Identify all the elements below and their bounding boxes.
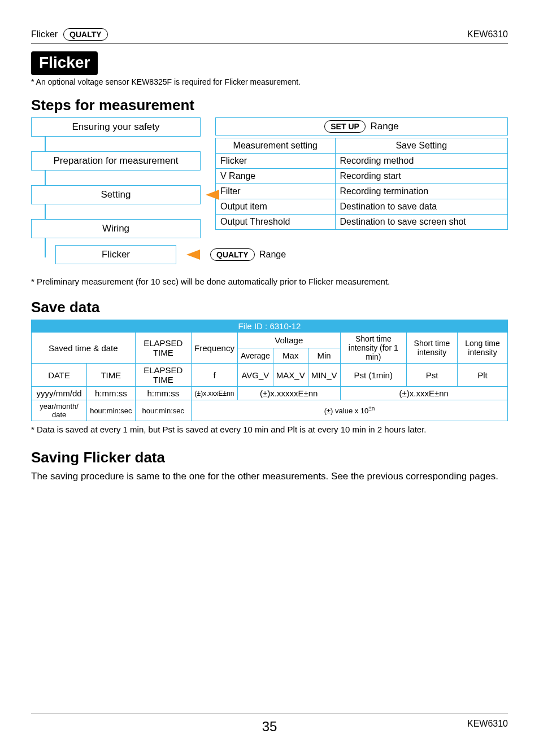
flicker-title-chip: Flicker bbox=[31, 51, 98, 75]
page-number: 35 bbox=[262, 719, 277, 735]
steps-flow: Ensuring your safety Preparation for mea… bbox=[31, 117, 201, 238]
long-time-head: Long time intensity bbox=[457, 333, 507, 364]
date-cell: DATE bbox=[32, 364, 87, 387]
average-head: Average bbox=[237, 348, 273, 364]
fmt2-cell: (±)x.xxxxxE±nn bbox=[237, 387, 340, 400]
qualty-range-label: QUALTY Range bbox=[210, 248, 286, 261]
step-preparation: Preparation for measurement bbox=[31, 151, 201, 171]
max-v-cell: MAX_V bbox=[273, 364, 308, 387]
saving-flicker-heading: Saving Flicker data bbox=[31, 449, 508, 466]
arrow-to-flicker-icon bbox=[186, 250, 200, 260]
hms-cell-2: hour:min:sec bbox=[135, 400, 191, 421]
ymd-cell: year/month/ date bbox=[32, 400, 87, 421]
range-cell: Recording start bbox=[335, 169, 507, 184]
save-note: * Data is saved at every 1 min, but Pst … bbox=[31, 425, 508, 434]
file-id-cell: File ID : 6310-12 bbox=[32, 320, 508, 333]
step-setting-label: Setting bbox=[101, 189, 131, 200]
plt-cell: Plt bbox=[457, 364, 507, 387]
prelim-note: * Preliminary measurement (for 10 sec) w… bbox=[31, 277, 508, 286]
range-cell: Flicker bbox=[216, 154, 336, 169]
range-cell: Filter bbox=[216, 184, 336, 199]
saved-time-date: Saved time & date bbox=[32, 333, 136, 364]
time-cell: TIME bbox=[87, 364, 135, 387]
fmt1-cell: (±)x.xxxE±nn bbox=[192, 387, 238, 400]
hmmss-cell-2: h:mm:ss bbox=[135, 387, 191, 400]
min-v-cell: MIN_V bbox=[308, 364, 340, 387]
setup-pill: SET UP bbox=[324, 120, 366, 133]
elapsed-time-head: ELAPSED TIME bbox=[135, 333, 191, 364]
range-cell: Output Threshold bbox=[216, 215, 336, 230]
range-cell: V Range bbox=[216, 169, 336, 184]
save-data-table: File ID : 6310-12 Saved time & date ELAP… bbox=[31, 320, 508, 421]
range-title: SET UP Range bbox=[215, 117, 508, 136]
header-right: KEW6310 bbox=[467, 29, 508, 40]
arrow-to-setting-icon bbox=[206, 190, 219, 200]
save-data-heading: Save data bbox=[31, 299, 508, 316]
step-wiring: Wiring bbox=[31, 219, 201, 238]
range-cell: Recording method bbox=[335, 154, 507, 169]
range-cell: Recording termination bbox=[335, 184, 507, 199]
pst-cell: Pst bbox=[407, 364, 458, 387]
max-head: Max bbox=[273, 348, 308, 364]
saving-flicker-text: The saving procedure is same to the one … bbox=[31, 470, 508, 483]
short-time-head: Short time intensity bbox=[407, 333, 458, 364]
hms-cell: hour:min:sec bbox=[87, 400, 135, 421]
step-setting: Setting bbox=[31, 185, 201, 204]
range-cell: Destination to save screen shot bbox=[335, 215, 507, 230]
header-left-text: Flicker bbox=[31, 29, 58, 40]
range-col-measurement: Measurement setting bbox=[216, 138, 336, 154]
frequency-head: Frequency bbox=[192, 333, 238, 364]
f-cell: f bbox=[192, 364, 238, 387]
header-left: Flicker QUALTY bbox=[31, 28, 108, 41]
qualty-range-text: Range bbox=[259, 250, 286, 259]
steps-heading: Steps for measurement bbox=[31, 97, 508, 114]
min-head: Min bbox=[308, 348, 340, 364]
page-footer: 35 KEW6310 bbox=[31, 714, 508, 729]
sensor-note: * An optional voltage sensor KEW8325F is… bbox=[31, 77, 508, 86]
voltage-head: Voltage bbox=[237, 333, 340, 348]
elapsed-time-cell: ELAPSED TIME bbox=[135, 364, 191, 387]
step-ensure-safety: Ensuring your safety bbox=[31, 117, 201, 137]
qualty-pill-flow: QUALTY bbox=[210, 248, 255, 261]
range-col-save: Save Setting bbox=[335, 138, 507, 154]
step-flicker: Flicker bbox=[55, 245, 176, 264]
yyyy-cell: yyyy/mm/dd bbox=[32, 387, 87, 400]
value-sup: ±n bbox=[368, 405, 375, 412]
hmmss-cell: h:mm:ss bbox=[87, 387, 135, 400]
pst-1min-cell: Pst (1min) bbox=[340, 364, 407, 387]
range-title-text: Range bbox=[371, 121, 399, 132]
range-table: Measurement setting Save Setting Flicker… bbox=[215, 138, 508, 230]
page-header: Flicker QUALTY KEW6310 bbox=[31, 28, 508, 41]
avg-v-cell: AVG_V bbox=[237, 364, 273, 387]
header-rule bbox=[31, 43, 508, 43]
value-formula-cell: (±) value x 10±n bbox=[192, 400, 508, 421]
qualty-pill-top: QUALTY bbox=[63, 28, 108, 41]
footer-right: KEW6310 bbox=[467, 719, 508, 729]
range-cell: Destination to save data bbox=[335, 199, 507, 215]
short-time-1min-head: Short time intensity (for 1 min) bbox=[340, 333, 407, 364]
footer-rule bbox=[31, 714, 508, 714]
fmt3-cell: (±)x.xxxE±nn bbox=[340, 387, 507, 400]
value-base: (±) value x 10 bbox=[324, 407, 369, 416]
range-cell: Output item bbox=[216, 199, 336, 215]
